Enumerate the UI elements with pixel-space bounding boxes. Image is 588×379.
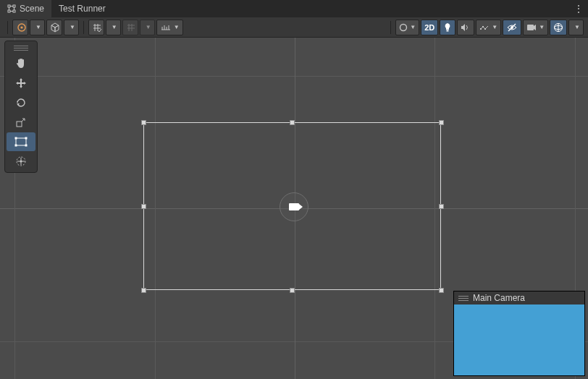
svg-rect-37 — [25, 137, 28, 140]
transform-icon — [14, 155, 28, 168]
drag-grip-icon — [458, 296, 469, 301]
rail-grip[interactable] — [11, 43, 31, 54]
svg-rect-36 — [15, 137, 17, 140]
camera-gizmo[interactable] — [280, 192, 308, 221]
svg-rect-30 — [527, 25, 534, 30]
grid-snap-dropdown[interactable]: ▼ — [106, 20, 121, 35]
render-mode-dropdown[interactable]: ▼ — [64, 20, 79, 35]
move-tool[interactable] — [7, 74, 35, 93]
audio-icon — [461, 23, 471, 32]
camera-preview-title: Main Camera — [473, 293, 525, 303]
tab-bar: Scene Test Runner ⋮ — [0, 0, 588, 17]
audio-toggle[interactable] — [457, 20, 474, 35]
handle-b[interactable] — [290, 288, 295, 293]
eye-off-icon — [506, 23, 518, 32]
svg-rect-1 — [13, 5, 15, 7]
hand-icon — [14, 57, 28, 70]
svg-rect-24 — [447, 30, 449, 31]
svg-rect-39 — [25, 145, 28, 147]
draw-mode-dropdown[interactable]: ▼ — [30, 20, 45, 35]
scale-icon — [14, 116, 28, 129]
svg-point-41 — [20, 161, 22, 163]
rotate-icon — [14, 96, 28, 109]
grid-snap-icon — [92, 22, 102, 33]
scene-icon — [7, 4, 16, 13]
camera-preview: Main Camera — [453, 291, 585, 376]
svg-rect-27 — [484, 28, 486, 30]
svg-rect-38 — [15, 145, 17, 147]
camera-preview-body — [454, 305, 584, 375]
svg-rect-0 — [8, 5, 10, 7]
handle-bl[interactable] — [141, 288, 146, 293]
2d-label: 2D — [424, 23, 434, 32]
grid-icon — [126, 22, 136, 33]
grid-dropdown[interactable]: ▼ — [140, 20, 155, 35]
rect-tool[interactable] — [7, 132, 35, 151]
light-bulb-icon — [443, 22, 452, 33]
svg-rect-2 — [8, 10, 10, 12]
render-mode-button[interactable] — [46, 20, 62, 35]
effects-icon — [479, 23, 490, 32]
window-menu-icon[interactable]: ⋮ — [574, 3, 584, 14]
gizmos-dropdown[interactable]: ▼ — [568, 20, 584, 35]
tab-test-runner-label: Test Runner — [59, 4, 106, 14]
circle-icon — [399, 23, 408, 32]
effects-toggle[interactable]: ▼ — [476, 20, 501, 35]
svg-point-23 — [400, 24, 407, 30]
handle-tl[interactable] — [141, 120, 146, 125]
handle-r[interactable] — [439, 204, 444, 209]
increment-snap-button[interactable]: ▼ — [156, 20, 183, 35]
lighting-toggle[interactable] — [440, 20, 455, 35]
camera-settings-button[interactable]: ▼ — [523, 20, 548, 35]
handle-br[interactable] — [439, 288, 444, 293]
debug-draw-button[interactable]: ▼ — [395, 20, 419, 35]
gizmo-icon — [553, 22, 563, 33]
scene-viewport[interactable]: Main Camera — [0, 38, 588, 379]
handle-t[interactable] — [290, 120, 295, 125]
gizmos-button[interactable] — [550, 20, 567, 35]
hand-tool[interactable] — [7, 54, 35, 73]
svg-rect-26 — [482, 26, 484, 27]
svg-rect-35 — [16, 138, 26, 145]
scale-tool[interactable] — [7, 113, 35, 132]
svg-point-9 — [20, 26, 22, 28]
tab-scene[interactable]: Scene — [0, 0, 51, 17]
svg-rect-34 — [17, 122, 22, 127]
camera-gizmo-icon — [289, 203, 299, 210]
transform-tool[interactable] — [7, 152, 35, 171]
camera-icon — [526, 24, 537, 31]
rect-icon — [14, 136, 28, 148]
2d-toggle[interactable]: 2D — [421, 20, 438, 35]
visibility-toggle[interactable] — [503, 20, 521, 35]
svg-rect-3 — [13, 10, 15, 12]
scene-toolbar: ▼ ▼ ▼ ▼ ▼ ▼ 2D — [0, 17, 588, 38]
handle-tr[interactable] — [439, 120, 444, 125]
ruler-icon — [160, 23, 172, 32]
tab-scene-label: Scene — [20, 4, 44, 14]
grid-snap-button[interactable] — [88, 20, 104, 35]
grid-button[interactable] — [122, 20, 138, 35]
camera-preview-header[interactable]: Main Camera — [454, 291, 584, 305]
tool-rail — [4, 41, 38, 173]
shaded-icon — [17, 22, 27, 33]
draw-mode-button[interactable] — [12, 20, 28, 35]
tab-test-runner[interactable]: Test Runner — [51, 0, 113, 17]
move-icon — [14, 77, 28, 90]
handle-l[interactable] — [141, 204, 146, 209]
cube-icon — [50, 22, 60, 33]
rotate-tool[interactable] — [7, 93, 35, 112]
svg-rect-25 — [480, 28, 482, 30]
